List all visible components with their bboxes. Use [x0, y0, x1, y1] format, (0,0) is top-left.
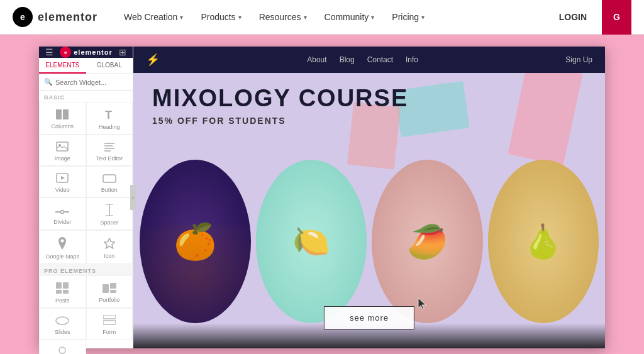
svg-rect-22 — [63, 290, 69, 294]
logo-area[interactable]: e elementor — [13, 7, 97, 27]
chevron-down-icon: ▾ — [304, 14, 307, 21]
spacer-icon — [104, 204, 114, 218]
hero-subtitle: 15% OFF FOR STUDENTS — [152, 116, 586, 126]
hero-title: MIXOLOGY COURSE — [152, 86, 586, 112]
widget-google-maps-label: Google Maps — [45, 253, 79, 260]
nav-web-creation[interactable]: Web Creation ▾ — [116, 8, 191, 26]
site-nav-blog[interactable]: Blog — [340, 55, 355, 64]
site-signup-link[interactable]: Sign Up — [565, 55, 592, 64]
left-panel: ☰ e elementor ⊞ ELEMENTS GLOBAL 🔍 BASIC — [39, 47, 133, 348]
site-nav: About Blog Contact Info — [307, 55, 418, 64]
widget-posts-label: Posts — [55, 297, 70, 304]
login-button[interactable]: LOGIN — [552, 8, 594, 26]
widget-spacer[interactable]: Spacer — [86, 197, 133, 230]
nav-community[interactable]: Community ▾ — [317, 8, 382, 26]
svg-rect-28 — [103, 321, 116, 324]
svg-rect-25 — [110, 290, 116, 293]
widget-google-maps[interactable]: Google Maps — [39, 230, 86, 264]
widget-divider-label: Divider — [53, 219, 71, 225]
nav-products[interactable]: Products ▾ — [193, 8, 248, 26]
editor-container: ☰ e elementor ⊞ ELEMENTS GLOBAL 🔍 BASIC — [39, 47, 605, 348]
editor-background: ☰ e elementor ⊞ ELEMENTS GLOBAL 🔍 BASIC — [0, 35, 644, 354]
elementor-logo-text: elementor — [38, 11, 97, 24]
fruit-1-overlay — [140, 225, 251, 323]
panel-logo: e elementor — [60, 47, 113, 58]
heading-icon: T — [103, 109, 116, 122]
widget-image-label: Image — [55, 155, 70, 162]
search-icon: 🔍 — [44, 78, 53, 86]
posts-icon — [56, 282, 69, 296]
map-icon — [57, 237, 68, 252]
svg-marker-18 — [104, 238, 114, 248]
widget-image[interactable]: Image — [39, 135, 86, 166]
tab-global[interactable]: GLOBAL — [86, 58, 133, 74]
site-nav-about[interactable]: About — [307, 55, 326, 64]
site-nav-contact[interactable]: Contact — [367, 55, 393, 64]
svg-point-17 — [61, 240, 64, 243]
portfolio-icon — [103, 283, 116, 295]
widget-slides-label: Slides — [55, 329, 70, 335]
nav-right: LOGIN G — [552, 0, 631, 35]
svg-rect-3 — [57, 142, 68, 151]
widgets-grid-pro: Posts Portfolio Slides — [39, 275, 133, 354]
fruit-card-4: 🍐 — [488, 160, 599, 323]
fruits-row: 🍊 🍋 🥭 — [140, 135, 599, 323]
widget-text-editor[interactable]: Text Editor — [86, 135, 133, 166]
nav-items: Web Creation ▾ Products ▾ Resources ▾ Co… — [116, 8, 552, 26]
hero-section: MIXOLOGY COURSE 15% OFF FOR STUDENTS 🍊 — [133, 73, 605, 348]
widget-button[interactable]: Button — [86, 166, 133, 197]
panel-top-bar: ☰ e elementor ⊞ — [39, 47, 133, 58]
chevron-down-icon: ▾ — [238, 14, 242, 21]
see-more-button[interactable]: see more — [324, 306, 414, 329]
site-nav-info[interactable]: Info — [406, 55, 418, 64]
widget-icon-label: Icon — [104, 253, 114, 259]
svg-rect-24 — [110, 283, 116, 289]
section-label-pro: PRO ELEMENTS — [39, 264, 133, 275]
image-icon — [56, 141, 69, 153]
widget-heading[interactable]: T Heading — [86, 102, 133, 135]
search-input[interactable] — [55, 79, 142, 86]
widget-video[interactable]: Video — [39, 166, 86, 197]
slides-icon — [55, 316, 69, 327]
widget-portfolio-label: Portfolio — [99, 297, 119, 303]
widget-text-editor-label: Text Editor — [96, 155, 123, 162]
chevron-down-icon: ▾ — [371, 14, 374, 21]
get-started-button[interactable]: G — [602, 0, 631, 35]
widget-icon[interactable]: Icon — [86, 230, 133, 264]
icon-widget-icon — [104, 238, 115, 251]
hamburger-icon[interactable]: ☰ — [45, 47, 53, 57]
svg-marker-10 — [61, 176, 65, 180]
widget-form-label: Form — [103, 329, 116, 335]
chevron-down-icon: ▾ — [180, 14, 183, 21]
text-editor-icon — [103, 141, 116, 153]
widget-columns[interactable]: Columns — [39, 102, 86, 135]
site-header: ⚡ About Blog Contact Info Sign Up — [133, 47, 605, 73]
columns-icon — [56, 109, 69, 121]
main-canvas: ⚡ About Blog Contact Info Sign Up MIXOLO… — [133, 47, 605, 348]
svg-rect-0 — [56, 109, 62, 119]
widget-posts[interactable]: Posts — [39, 275, 86, 308]
widget-portfolio[interactable]: Portfolio — [86, 275, 133, 308]
widget-person[interactable] — [39, 340, 86, 354]
svg-rect-19 — [56, 282, 62, 289]
hero-content: MIXOLOGY COURSE 15% OFF FOR STUDENTS — [133, 73, 605, 145]
tab-elements[interactable]: ELEMENTS — [39, 58, 86, 74]
widget-spacer-label: Spacer — [100, 219, 118, 226]
svg-rect-11 — [103, 175, 116, 182]
svg-rect-21 — [56, 290, 62, 294]
chevron-down-icon: ▾ — [421, 14, 425, 21]
svg-rect-20 — [63, 282, 69, 289]
grid-icon[interactable]: ⊞ — [119, 47, 126, 57]
widget-divider[interactable]: Divider — [39, 197, 86, 230]
panel-resize-handle[interactable]: ‹ — [130, 185, 136, 210]
panel-search-area: 🔍 — [39, 74, 133, 91]
nav-pricing[interactable]: Pricing ▾ — [384, 8, 432, 26]
svg-rect-27 — [103, 315, 116, 319]
nav-resources[interactable]: Resources ▾ — [252, 8, 314, 26]
widget-slides[interactable]: Slides — [39, 308, 86, 340]
video-icon — [56, 173, 69, 185]
section-label-basic: BASIC — [39, 91, 133, 102]
svg-point-26 — [56, 317, 69, 324]
widget-form[interactable]: Form — [86, 308, 133, 340]
widgets-grid-basic: Columns T Heading Image — [39, 102, 133, 264]
